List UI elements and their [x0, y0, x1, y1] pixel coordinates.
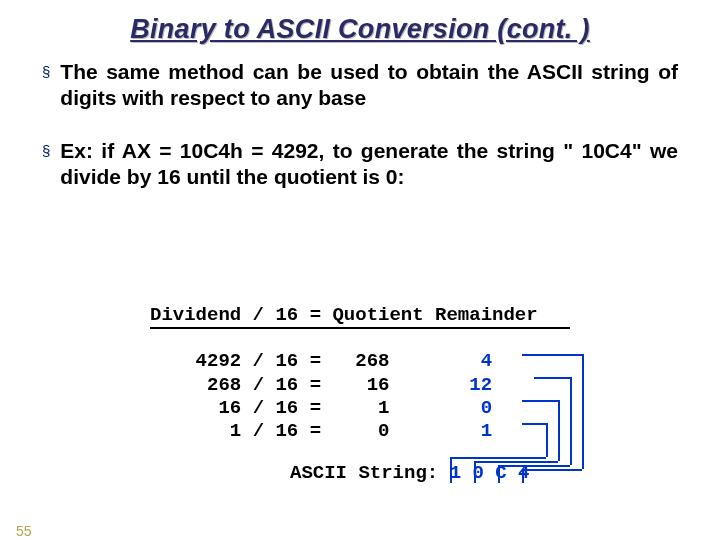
slide-title: Binary to ASCII Conversion (cont. ): [0, 14, 720, 45]
connector-line: [582, 354, 584, 469]
division-table: Dividend / 16 = Quotient Remainder 4292 …: [150, 304, 538, 443]
connector-line: [474, 461, 558, 463]
connector-line: [474, 461, 476, 483]
page-number: 55: [16, 523, 32, 539]
connector-line: [522, 423, 546, 425]
connector-line: [498, 465, 570, 467]
cell-remainder: 4: [481, 350, 492, 372]
cell-quotient: 1: [378, 397, 389, 419]
connector-line: [522, 400, 558, 402]
ascii-string-label: ASCII String:: [290, 462, 438, 484]
table-header: Dividend / 16 = Quotient Remainder: [150, 304, 538, 326]
connector-line: [522, 354, 582, 356]
bullet-marker: §: [42, 59, 50, 85]
cell-dividend: 4292: [196, 350, 242, 372]
connector-line: [450, 457, 546, 459]
connector-line: [558, 400, 560, 461]
connector-line: [570, 377, 572, 465]
connector-line: [522, 469, 582, 471]
ascii-string-output: ASCII String: 1 0 C 4: [290, 462, 529, 484]
bullet-item: § Ex: if AX = 10C4h = 4292, to generate …: [42, 138, 678, 191]
cell-dividend: 1: [230, 420, 241, 442]
cell-quotient: 16: [367, 374, 390, 396]
cell-dividend: 16: [218, 397, 241, 419]
connector-line: [522, 469, 524, 483]
connector-line: [534, 377, 570, 379]
bullet-item: § The same method can be used to obtain …: [42, 59, 678, 112]
bullet-text: The same method can be used to obtain th…: [60, 59, 678, 112]
cell-quotient: 0: [378, 420, 389, 442]
table-header-underline: [150, 327, 570, 329]
cell-remainder: 1: [481, 420, 492, 442]
bullet-text: Ex: if AX = 10C4h = 4292, to generate th…: [60, 138, 678, 191]
cell-dividend: 268: [207, 374, 241, 396]
connector-line: [546, 423, 548, 457]
connector-line: [450, 457, 452, 483]
cell-remainder: 0: [481, 397, 492, 419]
bullet-list: § The same method can be used to obtain …: [42, 59, 678, 190]
cell-quotient: 268: [355, 350, 389, 372]
bullet-marker: §: [42, 138, 50, 164]
cell-remainder: 12: [469, 374, 492, 396]
connector-line: [498, 465, 500, 483]
